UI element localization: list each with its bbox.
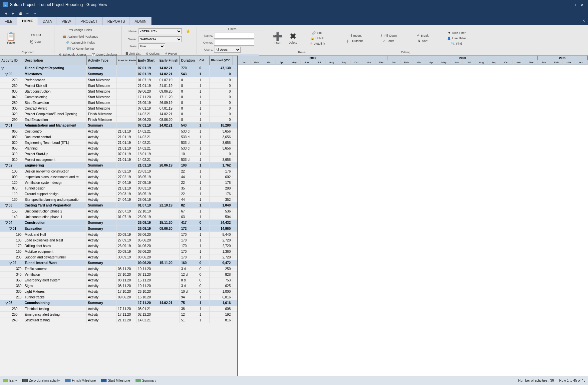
table-row[interactable]: ▽01Administration and ManagementSummary0… bbox=[0, 123, 237, 129]
table-row[interactable]: 020Engineering Team Lead (ETL)Activity21… bbox=[0, 140, 237, 146]
table-row[interactable]: 080Document controlActivity21.01.1914.02… bbox=[0, 134, 237, 140]
table-row[interactable]: ▽04ConstructionSummary26.09.1915.11.2041… bbox=[0, 220, 237, 226]
tab-project[interactable]: PROJECT bbox=[76, 17, 103, 25]
expand-icon[interactable]: ▽ bbox=[5, 203, 8, 207]
unlink-button[interactable]: 🔓 Unlink bbox=[301, 36, 334, 41]
user-filter-button[interactable]: 👤 User Filter bbox=[440, 36, 473, 41]
table-row[interactable]: 060Cost controlActivity21.01.1914.02.215… bbox=[0, 129, 237, 134]
save-quick-button[interactable]: 💾 bbox=[17, 10, 23, 16]
tab-reports[interactable]: REPORTS bbox=[103, 17, 130, 25]
insert-button[interactable]: ➕ Insert bbox=[270, 31, 285, 46]
expand-icon[interactable]: ▽ bbox=[5, 301, 8, 305]
table-row[interactable]: 340VentilationActivity27.10.2007.11.2012… bbox=[0, 272, 237, 277]
table-row[interactable]: 200Support and dewater tunnelActivity30.… bbox=[0, 254, 237, 260]
fill-down-button[interactable]: ⬇ Fill Down bbox=[372, 33, 406, 38]
table-row[interactable]: 280Start ExcavationStart Milestone26.09.… bbox=[0, 100, 237, 106]
table-row[interactable]: ▽Tunnel Project ReportingSummary07.01.19… bbox=[0, 65, 237, 71]
table-row[interactable]: 230Electrical testingActivity17.11.2008.… bbox=[0, 306, 237, 312]
table-row[interactable]: ▽03Casting Yard and PreparationSummary01… bbox=[0, 202, 237, 208]
table-row[interactable]: 190Muck and HullActivity30.09.1908.06.20… bbox=[0, 232, 237, 237]
table-row[interactable]: 370Traffic camerasActivity08.11.2010.11.… bbox=[0, 266, 237, 272]
layout-owner-select[interactable]: SAFRANSA bbox=[139, 36, 182, 42]
table-row[interactable]: 260Project Kick-offStart Milestone21.01.… bbox=[0, 83, 237, 89]
table-row[interactable]: 330Light FixturesActivity17.10.2026.10.2… bbox=[0, 289, 237, 294]
id-renumbering-button[interactable]: 🔢 ID Renumbering bbox=[57, 46, 104, 51]
table-row[interactable]: 300Contract AwardStart Milestone07.01.19… bbox=[0, 106, 237, 111]
layout-name-select[interactable]: <DEFAULT> bbox=[139, 28, 182, 34]
table-row[interactable]: 030Start constructionStart Milestone09.0… bbox=[0, 89, 237, 94]
minimize-button[interactable]: ─ bbox=[564, 1, 571, 8]
close-button[interactable]: ✕ bbox=[579, 1, 585, 8]
expand-icon[interactable]: ▽ bbox=[1, 66, 4, 70]
expand-icon[interactable]: ▽ bbox=[5, 124, 8, 127]
tab-admin[interactable]: ADMIN bbox=[130, 17, 151, 25]
undo-button[interactable]: ↩ bbox=[25, 10, 31, 16]
tab-data[interactable]: DATA bbox=[38, 17, 57, 25]
cell-start-no-earlier: 17.10.20 bbox=[117, 289, 137, 294]
table-row[interactable]: 270PrefabricationStart Milestone01.07.19… bbox=[0, 77, 237, 83]
outdent-button[interactable]: |← Outdent bbox=[338, 39, 372, 43]
table-row[interactable]: 180Load explosives and blastActivity27.0… bbox=[0, 237, 237, 243]
cut-button[interactable]: ✂ Cut bbox=[19, 32, 53, 38]
table-row[interactable]: 040CommissioningStart Milestone17.11.201… bbox=[0, 94, 237, 100]
table-row[interactable]: 160Mobilize equipmentActivity30.09.1908.… bbox=[0, 249, 237, 254]
assign-field-packages-button[interactable]: 📦 Assign Field Packages bbox=[57, 34, 104, 39]
table-row[interactable]: 310Project Start-UpActivity07.01.1918.01… bbox=[0, 151, 237, 157]
break-button[interactable]: ⏎ Break bbox=[406, 33, 440, 38]
table-row[interactable]: 120Ventilation system designActivity24.0… bbox=[0, 180, 237, 186]
table-row[interactable]: 100Design review for constructionActivit… bbox=[0, 169, 237, 174]
table-row[interactable]: ▽01ExcavationSummary26.09.1908.06.201721… bbox=[0, 226, 237, 232]
expand-icon[interactable]: ▽ bbox=[5, 72, 8, 76]
back-button[interactable]: ◀ bbox=[3, 10, 9, 16]
table-row[interactable]: 140Unit construction phase 1Activity01.0… bbox=[0, 214, 237, 220]
filter-name-input[interactable] bbox=[214, 33, 254, 39]
table-row[interactable]: 350Emergency alert systemActivity08.11.2… bbox=[0, 277, 237, 283]
delete-button[interactable]: ✖ Delete bbox=[286, 31, 300, 46]
expand-icon[interactable]: ▽ bbox=[5, 221, 8, 224]
table-row[interactable]: 210Tunnel tracksActivity09.06.2016.10.20… bbox=[0, 294, 237, 300]
copy-button[interactable]: ⎘ Copy bbox=[19, 39, 53, 45]
link-button[interactable]: 🔗 Link bbox=[301, 31, 334, 35]
table-row[interactable]: 320Project Completion/Tunnel OpeningFini… bbox=[0, 111, 237, 117]
assign-link-fields-button[interactable]: 🔗 Assign Link Fields bbox=[57, 40, 104, 45]
table-row[interactable]: ▽00MilestonesSummary07.01.1914.02.215431… bbox=[0, 71, 237, 77]
auto-filter-button[interactable]: ▼ Auto Filter bbox=[440, 31, 473, 35]
help-button[interactable]: ? bbox=[583, 19, 585, 24]
gantt-year-cell: 2021 bbox=[538, 56, 588, 60]
table-row[interactable]: 150Unit construction phase 2Activity22.0… bbox=[0, 208, 237, 214]
star-icon[interactable]: ★ bbox=[183, 27, 193, 35]
table-row[interactable]: 110Ground support designActivity29.03.19… bbox=[0, 191, 237, 197]
tab-home[interactable]: HOME bbox=[17, 17, 38, 25]
autolink-button[interactable]: ⚡ Autolink bbox=[301, 41, 334, 46]
find-button[interactable]: 🔍 Find bbox=[440, 41, 473, 46]
expand-icon[interactable]: ▽ bbox=[9, 227, 12, 230]
indent-button[interactable]: →| Indent bbox=[338, 33, 372, 38]
redo-button[interactable]: ↪ bbox=[32, 10, 38, 16]
tab-view[interactable]: VIEW bbox=[57, 17, 76, 25]
table-row[interactable]: 360SignsActivity08.11.2010.11.203 d0625 bbox=[0, 283, 237, 289]
fonts-button[interactable]: A Fonts bbox=[372, 39, 406, 43]
table-row[interactable]: 090Inspection plans, assessment and reAc… bbox=[0, 174, 237, 180]
table-row[interactable]: ▽05CommissioningSummary17.11.2014.02.217… bbox=[0, 300, 237, 306]
table-row[interactable]: 250Emergency alert testingActivity17.11.… bbox=[0, 312, 237, 317]
forward-button[interactable]: ▶ bbox=[10, 10, 16, 16]
maximize-button[interactable]: □ bbox=[571, 1, 578, 8]
paste-button[interactable]: 📋 Paste bbox=[3, 31, 19, 46]
table-row[interactable]: 010Project managementActivity21.01.1914.… bbox=[0, 157, 237, 163]
filter-owner-input[interactable] bbox=[214, 40, 254, 46]
table-row[interactable]: ▽02Tunnel Internal WorkSummary09.06.2015… bbox=[0, 260, 237, 266]
filter-users-select[interactable]: All Users bbox=[214, 47, 241, 53]
table-row[interactable]: 070Tunnel designActivity21.01.1908.03.19… bbox=[0, 186, 237, 191]
table-row[interactable]: 050PlanningActivity21.01.1914.02.21533 d… bbox=[0, 146, 237, 151]
table-row[interactable]: 130Site-specific planning and preparatio… bbox=[0, 197, 237, 202]
tab-file[interactable]: FILE bbox=[0, 17, 17, 25]
layout-users-select[interactable]: User bbox=[139, 43, 165, 49]
table-row[interactable]: 290End ExcavationFinish Milestone08.06.2… bbox=[0, 117, 237, 123]
assign-fields-button[interactable]: 🗃 Assign Fields bbox=[57, 27, 104, 33]
table-row[interactable]: 240Structural testingActivity21.12.2014.… bbox=[0, 317, 237, 323]
expand-icon[interactable]: ▽ bbox=[9, 261, 12, 265]
expand-icon[interactable]: ▽ bbox=[5, 164, 8, 167]
table-row[interactable]: ▽02EngineeringSummary21.01.1928.06.19108… bbox=[0, 163, 237, 169]
sort-button[interactable]: ⇅ Sort bbox=[406, 39, 440, 43]
table-row[interactable]: 170Drilling shot holesActivity26.09.1904… bbox=[0, 243, 237, 249]
